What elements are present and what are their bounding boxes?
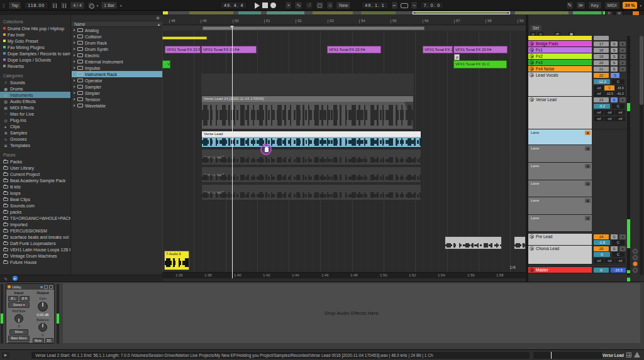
session-record-icon[interactable]: ○ [326, 1, 333, 9]
arm-button[interactable]: ● [619, 97, 626, 102]
send-a-field[interactable]: -inf [594, 85, 604, 90]
send-c-field[interactable]: -inf [615, 110, 625, 115]
track-header[interactable]: Fx4 Noise [528, 66, 592, 72]
browser-device-item[interactable]: Drum Rack [72, 40, 162, 46]
take-lane-header[interactable]: Lane [528, 163, 592, 180]
track-row-lead-vocals[interactable]: Lead Vocals 22 S -12.2 C -inf 0 -33.6 -i… [528, 72, 631, 97]
channel-mode-select[interactable]: Stereo ▾ [8, 302, 30, 308]
track-fold-icon[interactable] [530, 67, 534, 71]
expand-triangle-icon[interactable] [74, 29, 75, 31]
automation-arm-icon[interactable]: ∿ [294, 1, 303, 9]
track-row[interactable]: Bridge Pads 17 S ● [528, 41, 631, 47]
bass-freq-field[interactable]: 120 Hz ∩ [8, 342, 30, 344]
utility-device[interactable]: Utility Input Ø L Ø R Stereo ▾ Mid/Side … [6, 283, 55, 344]
track-header[interactable]: Fx2 [528, 53, 592, 59]
scrollbar-thumb[interactable] [640, 36, 643, 105]
send-b-field[interactable]: -inf [604, 258, 614, 263]
link-toggle[interactable] [2, 3, 6, 9]
solo-button[interactable]: S [611, 73, 619, 78]
arrangement-clip[interactable]: .. V [162, 60, 170, 68]
track-header[interactable]: Pre Lead [528, 234, 592, 245]
crossfade-b-button[interactable] [633, 261, 638, 266]
speaker-icon[interactable] [585, 199, 591, 203]
tempo-field[interactable]: 118.00 [24, 1, 48, 9]
solo-button[interactable]: S [611, 67, 618, 72]
arrangement-clip[interactable] [162, 36, 207, 40]
browser-device-item[interactable]: Sampler [72, 84, 162, 90]
set-tab[interactable]: Set [530, 25, 541, 31]
expand-triangle-icon[interactable] [74, 104, 75, 107]
cue-volume-field[interactable]: -15.5 [611, 268, 626, 273]
expand-triangle-icon[interactable] [74, 67, 75, 69]
volume-field[interactable]: 0 [594, 252, 610, 257]
track-header[interactable]: Bridge Pads [528, 41, 592, 46]
draw-mode-icon[interactable]: ✎ [566, 1, 574, 9]
expand-triangle-icon[interactable] [74, 85, 75, 88]
speaker-icon[interactable] [585, 146, 591, 151]
track-row-partial[interactable] [528, 36, 631, 41]
volume-field[interactable]: -12.2 [594, 79, 610, 84]
mid-side-knob[interactable] [14, 314, 24, 324]
sample-preview-waveform[interactable] [533, 352, 602, 359]
send-c-field[interactable]: -inf [615, 258, 625, 263]
track-fold-icon[interactable] [530, 48, 534, 52]
playhead[interactable] [232, 26, 233, 278]
capture-midi-icon[interactable]: ▢ [316, 1, 325, 9]
send-e-field[interactable]: -10.5 [604, 91, 614, 96]
mid-side-value[interactable]: 0 [8, 324, 30, 329]
phase-left-button[interactable]: Ø L [8, 296, 18, 302]
category-item[interactable]: ▸ Clips [0, 123, 70, 129]
solo-button[interactable]: S [611, 60, 618, 65]
browser-device-item[interactable]: Impulse [72, 65, 162, 71]
volume-field[interactable]: -2.8 [594, 240, 610, 245]
quantize-menu[interactable]: 1 Bar [101, 1, 118, 9]
track-header[interactable]: Fx3 [528, 60, 592, 65]
category-item[interactable]: ◌ Max for Live [0, 111, 70, 117]
record-button[interactable] [270, 3, 276, 8]
audio-clip-7-audio-9[interactable]: 7-Audio 9 [164, 251, 189, 270]
metronome-icon[interactable] [87, 2, 94, 9]
pan-field[interactable]: C [612, 104, 625, 109]
track-fold-icon[interactable] [530, 97, 534, 102]
hot-swap-icon[interactable] [44, 285, 48, 289]
send-d-field[interactable]: -inf [594, 116, 604, 121]
arm-button[interactable]: ● [619, 48, 626, 53]
track-header[interactable]: Lead Vocals [528, 72, 592, 96]
track-row-chorus-lead[interactable]: Chorus Lead 25 S ● 0 C -inf -inf -inf [528, 246, 631, 265]
category-item[interactable]: ≣ Samples [0, 129, 70, 136]
arrangement-clip[interactable]: VFX1 Tonal FX 23 F# [453, 46, 508, 53]
track-fold-icon[interactable] [530, 234, 534, 239]
place-item[interactable]: Sounds.com [0, 202, 70, 209]
grid-icon[interactable] [626, 352, 631, 357]
take-lane-header[interactable]: Lane [528, 145, 592, 163]
browser-device-item[interactable]: Simpler [72, 90, 162, 96]
pan-field[interactable]: C [612, 240, 625, 245]
new-button[interactable]: New [336, 1, 351, 9]
volume-field[interactable]: -3.2 [594, 104, 610, 109]
category-item[interactable]: ◴ Instruments [0, 92, 70, 98]
reenable-automation-icon[interactable]: ↺ [305, 1, 313, 9]
track-row[interactable]: Fx4 Noise 21 S ● [528, 66, 631, 72]
vertical-scrollbar[interactable] [640, 36, 643, 275]
speaker-icon[interactable] [585, 164, 591, 168]
preview-toggle-icon[interactable]: ∿ [4, 276, 8, 281]
track-header[interactable]: Master [528, 267, 592, 273]
collection-item[interactable]: Dope Loops / SOunds [0, 57, 70, 63]
arm-button[interactable]: ● [619, 41, 626, 46]
arrangement-view[interactable]: 48 49 50 51 52 53 54 55 56 57 58 59 [162, 15, 526, 281]
crossfade-a-button[interactable] [633, 249, 638, 254]
audio-clip-verse-lead-14[interactable]: Verse Lead 14 [2020-11-04 170546] [201, 95, 414, 129]
gain-value[interactable]: 0.00 dB [31, 312, 54, 317]
place-item[interactable]: Imported [0, 221, 70, 227]
browser-device-item[interactable]: Tension [72, 96, 162, 102]
send-a-field[interactable]: -inf [594, 110, 604, 115]
solo-button[interactable]: S [611, 41, 618, 46]
browser-device-item[interactable]: Electric [72, 52, 162, 58]
place-item[interactable]: lil kitz [0, 183, 70, 190]
nudge-down-button[interactable] [51, 2, 58, 9]
clip-title[interactable]: Verse Lead 14 [2020-11-04 170546] [202, 96, 413, 102]
group-fold-icon[interactable] [530, 73, 534, 77]
speaker-icon[interactable] [585, 216, 591, 221]
browser-device-item[interactable]: Analog [72, 27, 162, 33]
place-item[interactable]: Daft Funk Loopmasters [0, 240, 70, 246]
